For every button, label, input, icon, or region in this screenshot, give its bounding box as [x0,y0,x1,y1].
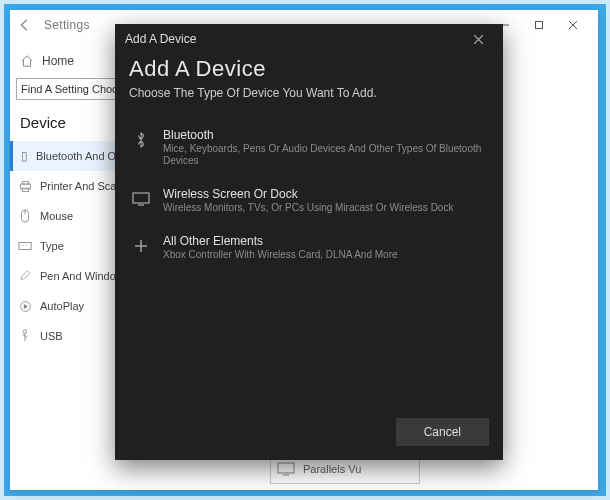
option-desc: Xbox Controller With Wireless Card, DLNA… [163,249,398,261]
autoplay-icon [18,299,32,313]
monitor-icon [277,462,295,476]
close-button[interactable] [556,12,590,38]
svg-rect-7 [19,243,31,250]
close-icon[interactable] [473,34,493,45]
option-desc: Mice, Keyboards, Pens Or Audio Devices A… [163,143,487,167]
window-controls [488,12,590,38]
settings-title: Settings [44,18,90,32]
modal-footer: Cancel [396,418,489,446]
modal-subtitle: Choose The Type Of Device You Want To Ad… [129,86,489,100]
option-title: All Other Elements [163,234,398,248]
option-bluetooth[interactable]: Bluetooth Mice, Keyboards, Pens Or Audio… [129,118,489,177]
svg-point-12 [23,330,27,334]
sidebar-home-label: Home [42,54,74,68]
option-title: Wireless Screen Or Dock [163,187,453,201]
cancel-button[interactable]: Cancel [396,418,489,446]
modal-body: Add A Device Choose The Type Of Device Y… [115,54,503,285]
svg-rect-3 [22,181,29,183]
add-device-modal: Add A Device Add A Device Choose The Typ… [115,24,503,460]
svg-rect-16 [133,193,149,203]
modal-header: Add A Device [115,24,503,54]
pen-icon [18,269,32,283]
plus-icon [131,236,151,256]
keyboard-icon [18,239,32,253]
svg-rect-1 [536,22,543,29]
sidebar-item-label: USB [40,330,63,342]
maximize-button[interactable] [522,12,556,38]
sidebar-item-label: Mouse [40,210,73,222]
option-title: Bluetooth [163,128,487,142]
sidebar-item-label: AutoPlay [40,300,84,312]
bluetooth-icon: ▯ [21,149,28,163]
usb-icon [18,329,32,343]
back-icon[interactable] [18,18,32,32]
sidebar-item-label: Type [40,240,64,252]
svg-rect-14 [278,463,294,473]
monitor-icon [131,189,151,209]
option-desc: Wireless Monitors, TVs, Or PCs Using Mir… [163,202,453,214]
bluetooth-icon [131,130,151,150]
modal-title: Add A Device [129,56,489,82]
option-everything-else[interactable]: All Other Elements Xbox Controller With … [129,224,489,271]
mouse-icon [18,209,32,223]
device-tile-label: Parallels Vu [303,463,361,475]
home-icon [20,54,34,68]
modal-header-text: Add A Device [125,32,196,46]
printer-icon [18,179,32,193]
option-wireless-display[interactable]: Wireless Screen Or Dock Wireless Monitor… [129,177,489,224]
